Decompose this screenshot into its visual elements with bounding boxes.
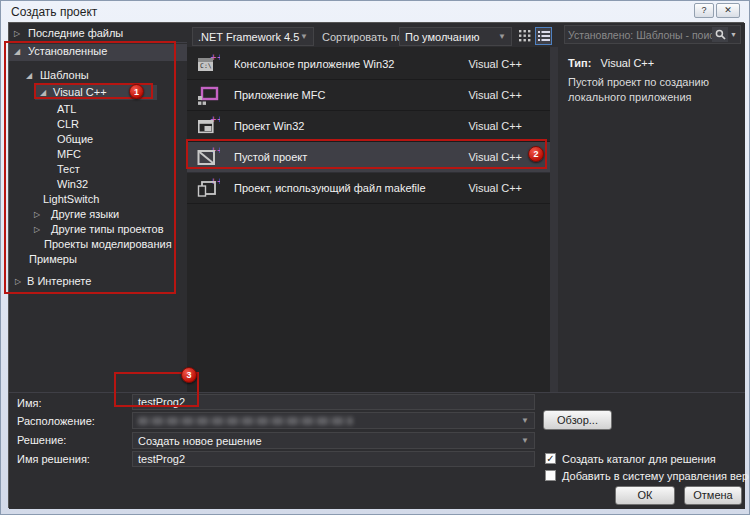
search-placeholder: Установлено: Шаблоны - поиск (Ctrl	[568, 29, 712, 41]
template-language: Visual C++	[468, 80, 522, 111]
sort-dropdown[interactable]: По умолчанию ▼	[399, 27, 512, 46]
solution-combo[interactable]: Создать новое решение ▼	[132, 432, 535, 449]
project-settings-form: Имя: testProg2 Расположение: ▼ Обзор... …	[9, 392, 745, 509]
sidebar-item-примеры[interactable]: Примеры	[9, 252, 187, 267]
sidebar-item-label: Visual C++	[53, 85, 107, 100]
template-name: Проект, использующий файл makefile	[234, 173, 426, 204]
solution-name-label: Имя решения:	[17, 453, 90, 465]
win32-project-icon: ++	[197, 115, 220, 138]
sidebar-item-win32[interactable]: Win32	[9, 177, 187, 192]
sidebar-item-проекты-моделирования[interactable]: Проекты моделирования	[9, 237, 187, 252]
template-language: Visual C++	[468, 111, 522, 142]
sidebar-item-lightswitch[interactable]: LightSwitch	[9, 192, 187, 207]
search-input[interactable]: Установлено: Шаблоны - поиск (Ctrl ▼	[564, 25, 741, 44]
grid-view-button[interactable]	[516, 27, 533, 45]
template-row-1[interactable]: ++C:\Консольное приложение Win32Visual C…	[187, 49, 550, 80]
template-row-3[interactable]: ++Проект Win32Visual C++	[187, 111, 550, 142]
cancel-button[interactable]: Отмена	[684, 486, 742, 505]
help-button[interactable]: ?	[694, 3, 714, 18]
create-dir-checkbox-row: ✓ Создать каталог для решения	[545, 452, 716, 465]
sidebar-item-label: LightSwitch	[43, 192, 99, 207]
sidebar-item-label: Win32	[57, 177, 88, 192]
solution-name-input-value: testProg2	[138, 453, 185, 465]
sidebar-item-label: Общие	[57, 132, 93, 147]
solution-combo-value: Создать новое решение	[138, 435, 262, 447]
location-value-redacted	[138, 417, 353, 425]
window-title: Создать проект	[11, 5, 97, 19]
name-input[interactable]: testProg2	[132, 394, 535, 410]
close-button[interactable]: ✕	[716, 3, 740, 18]
sidebar-item-label: Шаблоны	[40, 68, 89, 83]
template-language: Visual C++	[468, 173, 522, 204]
sidebar-item-последние-файлы[interactable]: ▷Последние файлы	[9, 26, 187, 43]
makefile-project-icon: ++	[197, 177, 220, 200]
sidebar-item-label: Другие языки	[51, 207, 119, 222]
chevron-down-icon: ▼	[300, 32, 308, 41]
location-label: Расположение:	[17, 415, 95, 427]
template-name: Приложение MFC	[234, 80, 325, 111]
sidebar-item-label: ATL	[57, 102, 76, 117]
name-label: Имя:	[17, 397, 41, 409]
sidebar-item-другие-типы-проектов[interactable]: ▷Другие типы проектов	[9, 222, 187, 237]
browse-button[interactable]: Обзор...	[543, 410, 612, 430]
sidebar-item-label: Другие типы проектов	[51, 222, 164, 237]
tree-expanded-icon[interactable]: ◢	[40, 85, 46, 100]
tree-expanded-icon[interactable]: ◢	[26, 68, 32, 83]
template-row-4[interactable]: ++Пустой проектVisual C++	[187, 142, 550, 173]
template-row-5[interactable]: ++Проект, использующий файл makefileVisu…	[187, 173, 550, 204]
sidebar-item-label: Примеры	[29, 252, 77, 267]
dialog-body: ▷Последние файлы◢Установленные◢Шаблоны◢V…	[8, 22, 744, 508]
template-name: Проект Win32	[234, 111, 304, 142]
chevron-down-icon: ▼	[521, 436, 529, 445]
svg-text:C:\: C:\	[200, 62, 212, 70]
sidebar-item-label: Последние файлы	[28, 26, 123, 41]
tree-expanded-icon[interactable]: ◢	[14, 44, 20, 59]
template-row-2[interactable]: Приложение MFCVisual C++	[187, 80, 550, 111]
list-view-button[interactable]	[535, 27, 552, 45]
grid-view-icon	[519, 30, 531, 42]
sidebar-item-шаблоны[interactable]: ◢Шаблоны	[9, 68, 187, 83]
sidebar-item-тест[interactable]: Тест	[9, 162, 187, 177]
list-view-icon	[538, 30, 550, 42]
location-combo[interactable]: ▼	[132, 412, 535, 429]
tree-collapsed-icon[interactable]: ▷	[34, 222, 40, 237]
create-project-dialog-window: Создать проект ? ✕ ▷Последние файлы◢Уста…	[0, 0, 750, 515]
sidebar-item-mfc[interactable]: MFC	[9, 147, 187, 162]
search-options-chevron-icon[interactable]: ▼	[730, 31, 737, 38]
sidebar-item-visual-c++[interactable]: ◢Visual C++	[9, 85, 187, 100]
ok-button[interactable]: ОК	[615, 486, 675, 505]
tree-collapsed-icon[interactable]: ▷	[14, 26, 20, 41]
create-dir-checkbox[interactable]: ✓	[545, 453, 556, 464]
template-language: Visual C++	[468, 49, 522, 80]
version-control-checkbox-label: Добавить в систему управления версиями	[562, 470, 750, 482]
chevron-down-icon: ▼	[521, 416, 529, 425]
sidebar-item-в-интернете[interactable]: ▷В Интернете	[9, 274, 187, 289]
sidebar-item-clr[interactable]: CLR	[9, 117, 187, 132]
create-dir-checkbox-label: Создать каталог для решения	[562, 453, 716, 465]
template-list: ++C:\Консольное приложение Win32Visual C…	[187, 47, 550, 392]
sidebar-item-label: Установленные	[28, 44, 107, 59]
type-value: Visual C++	[601, 57, 655, 69]
solution-label: Решение:	[17, 434, 66, 446]
template-name: Пустой проект	[234, 142, 307, 173]
sidebar-item-atl[interactable]: ATL	[9, 102, 187, 117]
template-list-scrollbar[interactable]	[550, 47, 558, 392]
template-name: Консольное приложение Win32	[234, 49, 394, 80]
sidebar-item-другие-языки[interactable]: ▷Другие языки	[9, 207, 187, 222]
solution-name-input[interactable]: testProg2	[132, 451, 535, 467]
framework-dropdown[interactable]: .NET Framework 4.5 ▼	[192, 27, 314, 46]
chevron-down-icon: ▼	[498, 32, 506, 41]
sidebar-item-общие[interactable]: Общие	[9, 132, 187, 147]
tree-collapsed-icon[interactable]: ▷	[34, 207, 40, 222]
version-control-checkbox[interactable]	[545, 470, 556, 481]
sidebar-item-label: MFC	[57, 147, 81, 162]
details-panel: Установлено: Шаблоны - поиск (Ctrl ▼ Тип…	[558, 23, 745, 392]
sidebar-item-установленные[interactable]: ◢Установленные	[9, 44, 187, 61]
sort-by-label: Сортировать по:	[322, 31, 406, 43]
name-input-value: testProg2	[138, 396, 185, 408]
template-type-row: Тип: Visual C++	[568, 57, 654, 69]
sidebar-item-label: Проекты моделирования	[44, 237, 172, 252]
version-control-checkbox-row: Добавить в систему управления версиями	[545, 469, 750, 482]
tree-collapsed-icon[interactable]: ▷	[15, 274, 21, 289]
framework-dropdown-value: .NET Framework 4.5	[198, 31, 299, 43]
